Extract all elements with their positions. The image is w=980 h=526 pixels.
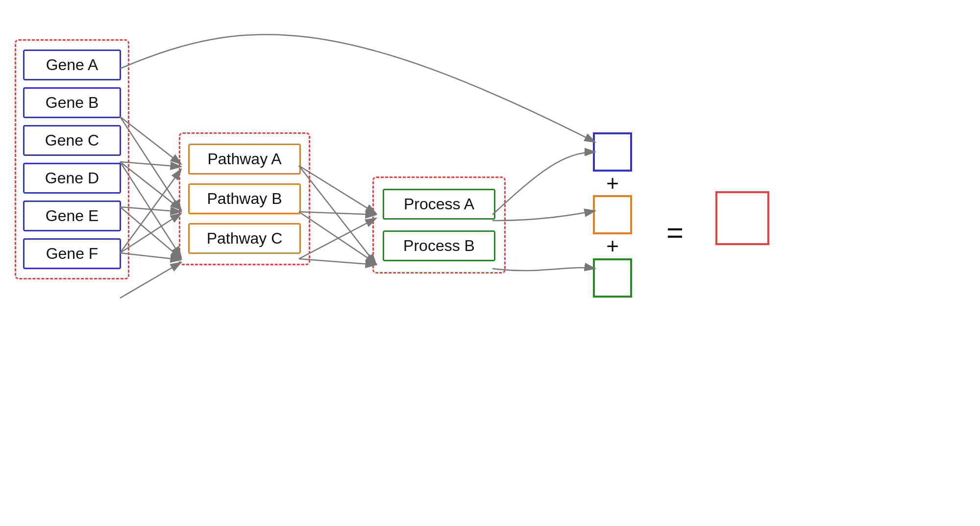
legend-plus-2: +: [606, 234, 619, 258]
gene-box-f: Gene F: [23, 238, 121, 269]
gene-group: Gene A Gene B Gene C Gene D Gene E Gene …: [15, 39, 129, 279]
pathway-box-c: Pathway C: [188, 223, 301, 254]
gene-box-e: Gene E: [23, 200, 121, 231]
pathway-box-b: Pathway B: [188, 183, 301, 214]
legend-area: + +: [593, 132, 632, 298]
diagram-container: Gene A Gene B Gene C Gene D Gene E Gene …: [0, 0, 980, 526]
pathway-group: Pathway A Pathway B Pathway C: [179, 132, 310, 265]
process-group: Process A Process B: [372, 176, 506, 274]
pathway-box-a: Pathway A: [188, 144, 301, 175]
legend-green-box: [593, 258, 632, 298]
gene-box-d: Gene D: [23, 163, 121, 194]
process-box-b: Process B: [383, 230, 495, 261]
legend-plus-1: +: [606, 172, 619, 195]
equals-sign: =: [666, 216, 684, 250]
gene-box-c: Gene C: [23, 125, 121, 156]
gene-box-b: Gene B: [23, 87, 121, 118]
legend-blue-box: [593, 132, 632, 172]
result-red-box: [715, 191, 769, 245]
legend-orange-box: [593, 195, 632, 234]
process-box-a: Process A: [383, 189, 495, 220]
gene-box-a: Gene A: [23, 50, 121, 80]
